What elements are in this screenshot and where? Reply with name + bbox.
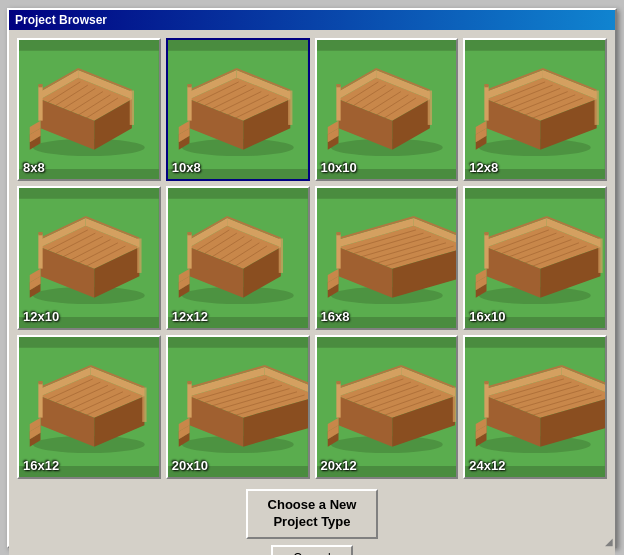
project-label-20x10: 20x10 xyxy=(172,458,208,473)
project-label-16x10: 16x10 xyxy=(469,309,505,324)
svg-rect-246 xyxy=(336,383,340,417)
svg-rect-155 xyxy=(336,232,340,235)
project-label-10x8: 10x8 xyxy=(172,160,201,175)
choose-new-project-button[interactable]: Choose a NewProject Type xyxy=(246,489,379,539)
svg-rect-109 xyxy=(38,232,42,235)
svg-rect-202 xyxy=(142,388,146,422)
resize-handle[interactable]: ◢ xyxy=(605,536,615,546)
svg-rect-200 xyxy=(38,383,42,417)
project-label-16x12: 16x12 xyxy=(23,458,59,473)
svg-rect-133 xyxy=(278,239,282,273)
project-item-10x10[interactable]: 10x10 xyxy=(315,38,459,182)
project-item-16x10[interactable]: 16x10 xyxy=(463,186,607,330)
project-label-20x12: 20x12 xyxy=(321,458,357,473)
svg-rect-177 xyxy=(485,234,489,268)
project-item-16x12[interactable]: 16x12 xyxy=(17,335,161,479)
svg-rect-62 xyxy=(336,86,340,120)
project-item-12x10[interactable]: 12x10 xyxy=(17,186,161,330)
project-browser-window: Project Browser xyxy=(7,8,617,548)
project-label-10x10: 10x10 xyxy=(321,160,357,175)
svg-rect-108 xyxy=(38,234,42,268)
svg-rect-39 xyxy=(187,86,191,120)
project-grid: 8x8 xyxy=(17,38,607,479)
project-item-16x8[interactable]: 16x8 xyxy=(315,186,459,330)
project-label-12x8: 12x8 xyxy=(469,160,498,175)
svg-rect-17 xyxy=(38,84,42,87)
svg-rect-86 xyxy=(485,84,489,87)
svg-rect-248 xyxy=(452,388,456,422)
project-item-12x12[interactable]: 12x12 xyxy=(166,186,310,330)
svg-rect-154 xyxy=(336,234,340,268)
svg-rect-178 xyxy=(485,232,489,235)
svg-rect-41 xyxy=(288,90,292,124)
window-content: 8x8 xyxy=(9,30,615,556)
project-label-16x8: 16x8 xyxy=(321,309,350,324)
svg-rect-16 xyxy=(38,86,42,120)
svg-rect-132 xyxy=(187,232,191,235)
svg-rect-63 xyxy=(336,84,340,87)
svg-rect-270 xyxy=(485,381,489,384)
svg-rect-85 xyxy=(485,86,489,120)
window-title: Project Browser xyxy=(15,13,107,27)
project-item-12x8[interactable]: 12x8 xyxy=(463,38,607,182)
project-item-20x12[interactable]: 20x12 xyxy=(315,335,459,479)
cancel-button[interactable]: Cancel xyxy=(271,545,352,555)
svg-rect-87 xyxy=(595,90,599,124)
project-item-10x8[interactable]: 10x8 xyxy=(166,38,310,182)
svg-rect-224 xyxy=(187,381,191,384)
project-item-20x10[interactable]: 20x10 xyxy=(166,335,310,479)
svg-rect-131 xyxy=(187,234,191,268)
svg-rect-110 xyxy=(137,239,141,273)
svg-rect-223 xyxy=(187,383,191,417)
svg-rect-179 xyxy=(599,239,603,273)
svg-rect-247 xyxy=(336,381,340,384)
project-label-8x8: 8x8 xyxy=(23,160,45,175)
svg-rect-201 xyxy=(38,381,42,384)
svg-rect-18 xyxy=(130,90,134,124)
svg-rect-269 xyxy=(485,383,489,417)
svg-rect-64 xyxy=(427,90,431,124)
project-label-12x12: 12x12 xyxy=(172,309,208,324)
svg-rect-40 xyxy=(187,84,191,87)
project-item-8x8[interactable]: 8x8 xyxy=(17,38,161,182)
title-bar: Project Browser xyxy=(9,10,615,30)
project-item-24x12[interactable]: 24x12 xyxy=(463,335,607,479)
button-area: Choose a NewProject Type Cancel xyxy=(246,489,379,555)
project-label-24x12: 24x12 xyxy=(469,458,505,473)
project-label-12x10: 12x10 xyxy=(23,309,59,324)
